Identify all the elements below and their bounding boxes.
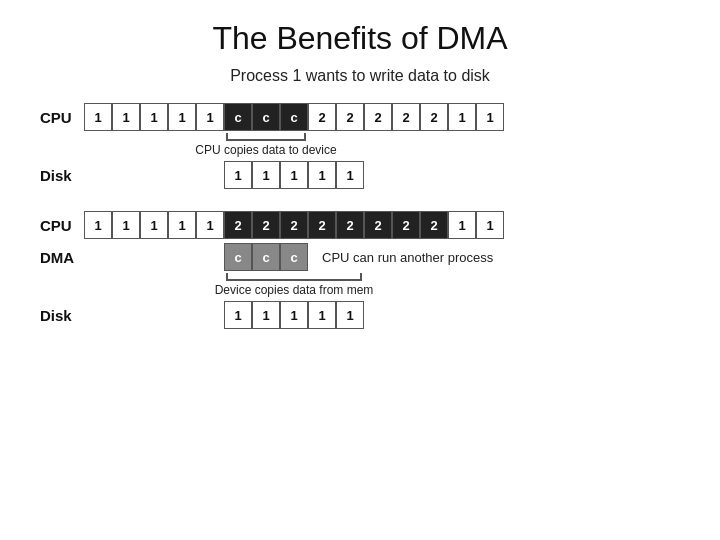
spacer-cell [196, 161, 224, 189]
page: The Benefits of DMA Process 1 wants to w… [0, 0, 720, 540]
memory-cell: 1 [448, 103, 476, 131]
section1-cpu-row: CPU 11111ccc2222211 [40, 103, 680, 131]
memory-cell: 1 [112, 211, 140, 239]
memory-cell: 2 [280, 211, 308, 239]
memory-cell: 1 [140, 103, 168, 131]
section1-cpu-label: CPU [40, 109, 80, 126]
memory-cell: 2 [308, 211, 336, 239]
section2-dma-cells: ccc [84, 243, 308, 271]
memory-cell: c [224, 243, 252, 271]
memory-cell: 2 [364, 103, 392, 131]
memory-cell: 1 [196, 211, 224, 239]
spacer-cell [168, 243, 196, 271]
section1-bracket-row: CPU copies data to device [84, 133, 680, 157]
section1-diagram: CPU 11111ccc2222211 CPU copies data to d… [40, 103, 680, 189]
memory-cell: 1 [84, 211, 112, 239]
memory-cell: 2 [392, 103, 420, 131]
memory-cell: 1 [196, 103, 224, 131]
spacer-cell [168, 161, 196, 189]
memory-cell: 1 [336, 301, 364, 329]
spacer-cell [112, 243, 140, 271]
section2-cpu-cells: 111112222222211 [84, 211, 504, 239]
memory-cell: 2 [308, 103, 336, 131]
section2-disk-bracket-row: Device copies data from mem [84, 273, 680, 297]
memory-cell: 2 [420, 103, 448, 131]
section2-disk-label: Disk [40, 307, 80, 324]
spacer-cell [84, 243, 112, 271]
memory-cell: 1 [224, 301, 252, 329]
memory-cell: 2 [420, 211, 448, 239]
memory-cell: 1 [140, 211, 168, 239]
spacer-cell [112, 301, 140, 329]
bracket-bar [226, 273, 362, 281]
memory-cell: c [280, 103, 308, 131]
memory-cell: c [224, 103, 252, 131]
spacer-cell [196, 243, 224, 271]
spacer-cell [84, 301, 112, 329]
spacer-cell [84, 161, 112, 189]
section2-disk-cells: 11111 [84, 301, 364, 329]
memory-cell: c [280, 243, 308, 271]
section2-bracket: Device copies data from mem [224, 273, 364, 297]
section1-disk-cells: 11111 [84, 161, 364, 189]
memory-cell: 1 [252, 301, 280, 329]
memory-cell: 1 [112, 103, 140, 131]
section1-disk-label: Disk [40, 167, 80, 184]
spacer-cell [140, 161, 168, 189]
spacer-cell [140, 243, 168, 271]
section1-bracket: CPU copies data to device [224, 133, 308, 157]
section2-cpu-row: CPU 111112222222211 [40, 211, 680, 239]
section2-dma-row: DMA ccc CPU can run another process [40, 243, 680, 271]
spacer-cell [168, 301, 196, 329]
section2-disk-row: Disk 11111 [40, 301, 680, 329]
memory-cell: 2 [224, 211, 252, 239]
memory-cell: 2 [364, 211, 392, 239]
section2-dma-label: DMA [40, 249, 80, 266]
section2-disk-bracket-label: Device copies data from mem [215, 283, 374, 297]
memory-cell: 1 [224, 161, 252, 189]
spacer-cell [112, 161, 140, 189]
memory-cell: 1 [168, 103, 196, 131]
spacer-cell [196, 301, 224, 329]
page-title: The Benefits of DMA [212, 20, 507, 57]
section2-dma-side-label: CPU can run another process [322, 250, 493, 265]
section2-cpu-label: CPU [40, 217, 80, 234]
memory-cell: 1 [336, 161, 364, 189]
memory-cell: 2 [336, 103, 364, 131]
memory-cell: 1 [168, 211, 196, 239]
memory-cell: 2 [252, 211, 280, 239]
section1-disk-row: Disk 11111 [40, 161, 680, 189]
section1-bracket-label: CPU copies data to device [195, 143, 336, 157]
memory-cell: 1 [252, 161, 280, 189]
memory-cell: c [252, 243, 280, 271]
memory-cell: 1 [280, 161, 308, 189]
memory-cell: 2 [392, 211, 420, 239]
memory-cell: 1 [280, 301, 308, 329]
section1-cpu-cells: 11111ccc2222211 [84, 103, 504, 131]
memory-cell: 1 [308, 301, 336, 329]
memory-cell: 1 [308, 161, 336, 189]
memory-cell: c [252, 103, 280, 131]
memory-cell: 1 [448, 211, 476, 239]
section2-diagram: CPU 111112222222211 DMA ccc CPU can run … [40, 211, 680, 329]
memory-cell: 1 [84, 103, 112, 131]
spacer-cell [140, 301, 168, 329]
memory-cell: 1 [476, 103, 504, 131]
bracket-bar [226, 133, 306, 141]
memory-cell: 1 [476, 211, 504, 239]
memory-cell: 2 [336, 211, 364, 239]
subtitle: Process 1 wants to write data to disk [230, 67, 490, 85]
